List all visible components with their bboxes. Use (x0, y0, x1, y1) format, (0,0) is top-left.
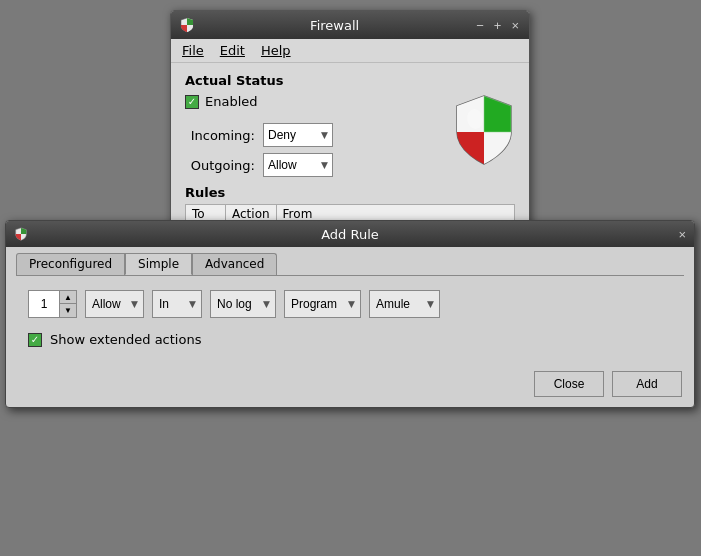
tab-advanced[interactable]: Advanced (192, 253, 277, 275)
maximize-button[interactable]: + (492, 18, 504, 33)
tab-preconfigured[interactable]: Preconfigured (16, 253, 125, 275)
direction-select[interactable]: In Out (152, 290, 202, 318)
outgoing-select-wrapper: Allow Deny (263, 153, 333, 177)
actual-status-title: Actual Status (185, 73, 515, 88)
shield-icon (453, 94, 515, 166)
firewall-title-text: Firewall (195, 18, 474, 33)
spinbox-up[interactable]: ▲ (60, 291, 76, 304)
add-rule-title-bar: Add Rule × (6, 221, 694, 247)
action-dropdown-wrapper: Allow Deny Limit (85, 290, 144, 318)
outgoing-select[interactable]: Allow Deny (263, 153, 333, 177)
enabled-row: ✓ Enabled (185, 94, 333, 109)
menu-edit[interactable]: Edit (217, 42, 248, 59)
incoming-select-wrapper: Deny Allow (263, 123, 333, 147)
enabled-label: Enabled (205, 94, 258, 109)
status-section: ✓ Enabled Incoming: Deny Allow Outgoing: (185, 94, 515, 177)
minimize-button[interactable]: − (474, 18, 486, 33)
incoming-label: Incoming: (185, 128, 255, 143)
rules-section: Rules To Action From (185, 185, 515, 224)
tabs-row: Preconfigured Simple Advanced (6, 247, 694, 275)
add-rule-window: Add Rule × Preconfigured Simple Advanced… (5, 220, 695, 408)
outgoing-row: Outgoing: Allow Deny (185, 153, 333, 177)
action-select[interactable]: Allow Deny Limit (85, 290, 144, 318)
type-select[interactable]: Program Service Port (284, 290, 361, 318)
close-rule-button[interactable]: Close (534, 371, 604, 397)
firewall-title-icon (179, 17, 195, 33)
rule-number-spinbox: ▲ ▼ (28, 290, 77, 318)
tab-simple[interactable]: Simple (125, 253, 192, 275)
incoming-row: Incoming: Deny Allow (185, 123, 333, 147)
firewall-title-left (179, 17, 195, 33)
tab-content: ▲ ▼ Allow Deny Limit In Out (16, 275, 684, 361)
log-select[interactable]: No log Log Log all (210, 290, 276, 318)
rules-title: Rules (185, 185, 515, 200)
incoming-select[interactable]: Deny Allow (263, 123, 333, 147)
bottom-buttons: Close Add (6, 361, 694, 407)
add-rule-close-button[interactable]: × (678, 227, 686, 242)
menu-help[interactable]: Help (258, 42, 294, 59)
rule-controls-row: ▲ ▼ Allow Deny Limit In Out (28, 290, 672, 318)
type-dropdown-wrapper: Program Service Port (284, 290, 361, 318)
firewall-content: Actual Status ✓ Enabled Incoming: Deny A… (171, 63, 529, 234)
firewall-title-label: Firewall (310, 18, 359, 33)
direction-dropdown-wrapper: In Out (152, 290, 202, 318)
extended-actions-row: ✓ Show extended actions (28, 332, 672, 347)
program-dropdown-wrapper: Amule Apache Firefox SSH (369, 290, 440, 318)
rule-number-input[interactable] (29, 291, 59, 317)
add-rule-button[interactable]: Add (612, 371, 682, 397)
extended-actions-label: Show extended actions (50, 332, 201, 347)
firewall-title-bar: Firewall − + × (171, 11, 529, 39)
add-rule-title-label: Add Rule (14, 227, 686, 242)
close-button[interactable]: × (509, 18, 521, 33)
spinbox-arrows: ▲ ▼ (59, 291, 76, 317)
menu-file[interactable]: File (179, 42, 207, 59)
program-select[interactable]: Amule Apache Firefox SSH (369, 290, 440, 318)
spinbox-down[interactable]: ▼ (60, 304, 76, 317)
log-dropdown-wrapper: No log Log Log all (210, 290, 276, 318)
title-bar-buttons: − + × (474, 18, 521, 33)
add-rule-title-icon (14, 227, 28, 241)
menu-bar: File Edit Help (171, 39, 529, 63)
extended-actions-checkbox[interactable]: ✓ (28, 333, 42, 347)
outgoing-label: Outgoing: (185, 158, 255, 173)
enabled-checkbox[interactable]: ✓ (185, 95, 199, 109)
status-fields: ✓ Enabled Incoming: Deny Allow Outgoing: (185, 94, 333, 177)
